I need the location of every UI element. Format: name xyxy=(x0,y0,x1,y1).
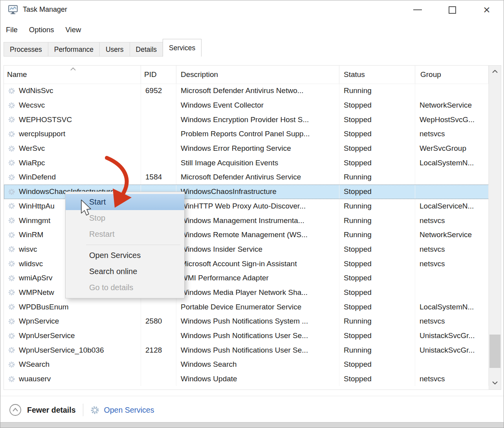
service-description: Windows Push Notifications User Se... xyxy=(176,329,339,343)
context-menu-item-start[interactable]: Start xyxy=(66,194,184,210)
close-button[interactable]: × xyxy=(478,0,496,19)
service-status: Stopped xyxy=(339,141,415,156)
service-pid xyxy=(141,98,176,113)
service-description: Windows Update xyxy=(176,372,339,386)
column-header-pid[interactable]: PID xyxy=(141,66,176,84)
service-group: UnistackSvcGr... xyxy=(415,343,489,357)
service-gear-icon xyxy=(7,87,16,95)
task-manager-window: Task Manager × FileOptionsView Processes… xyxy=(0,0,504,428)
scrollbar-thumb[interactable] xyxy=(489,335,500,368)
service-status: Stopped xyxy=(339,98,415,113)
service-description: Windows Media Player Network Sha... xyxy=(176,285,339,300)
service-group: UnistackSvcGr... xyxy=(415,329,489,343)
service-group xyxy=(415,170,489,185)
menu-options[interactable]: Options xyxy=(29,26,54,34)
service-group: NetworkService xyxy=(415,228,489,242)
menu-file[interactable]: File xyxy=(6,26,18,34)
table-row[interactable]: WinDefend 1584 Microsoft Defender Antivi… xyxy=(4,170,501,185)
service-status: Running xyxy=(339,170,415,185)
service-status: Running xyxy=(339,84,415,98)
service-gear-icon xyxy=(7,188,16,196)
tab-processes[interactable]: Processes xyxy=(4,42,48,57)
service-status: Stopped xyxy=(339,271,415,285)
open-services-link[interactable]: Open Services xyxy=(90,405,154,415)
table-row[interactable]: WSearch Windows Search Stopped xyxy=(4,357,501,372)
vertical-scrollbar[interactable] xyxy=(489,66,501,390)
column-header-status[interactable]: Status xyxy=(339,66,415,84)
service-group xyxy=(415,185,489,199)
tab-users[interactable]: Users xyxy=(99,42,130,57)
service-gear-icon xyxy=(7,202,16,210)
service-name: wuauserv xyxy=(19,375,51,383)
service-description: Windows Management Instrumenta... xyxy=(176,213,339,228)
column-header-group[interactable]: Group xyxy=(415,66,489,84)
table-row[interactable]: WiaRpc Still Image Acquisition Events St… xyxy=(4,155,501,170)
service-name: Wecsvc xyxy=(19,101,45,110)
service-gear-icon xyxy=(7,173,16,181)
chevron-down-icon xyxy=(492,381,498,384)
context-menu-item-stop: Stop xyxy=(66,210,184,226)
service-status: Running xyxy=(339,314,415,329)
service-status: Stopped xyxy=(339,185,415,199)
service-name: wercplsupport xyxy=(19,130,65,138)
table-row[interactable]: wuauserv Windows Update Stopped netsvcs xyxy=(4,372,501,386)
context-menu-item-search-online[interactable]: Search online xyxy=(66,263,184,280)
chevron-up-icon xyxy=(492,70,498,73)
table-row[interactable]: WEPHOSTSVC Windows Encryption Provider H… xyxy=(4,112,501,127)
table-row[interactable]: wercplsupport Problem Reports Control Pa… xyxy=(4,127,501,141)
fewer-details-button[interactable]: Fewer details xyxy=(9,404,76,416)
context-menu-item-restart: Restart xyxy=(66,226,184,242)
scroll-up-button[interactable] xyxy=(489,66,501,77)
table-row[interactable]: WpnUserService_10b036 2128 Windows Push … xyxy=(4,343,501,357)
service-status: Stopped xyxy=(339,372,415,386)
scroll-down-button[interactable] xyxy=(489,378,501,388)
table-row[interactable]: Wecsvc Windows Event Collector Stopped N… xyxy=(4,98,501,113)
table-row[interactable]: WpnService 2580 Windows Push Notificatio… xyxy=(4,314,501,329)
service-group: netsvcs xyxy=(415,314,489,329)
service-group: LocalSystemN... xyxy=(415,300,489,314)
table-row[interactable]: WPDBusEnum Portable Device Enumerator Se… xyxy=(4,300,501,314)
service-pid xyxy=(141,127,176,141)
footer-separator xyxy=(83,404,83,416)
context-menu-item-open-services[interactable]: Open Services xyxy=(66,247,184,263)
column-header-description[interactable]: Description xyxy=(176,66,339,84)
service-status: Running xyxy=(339,199,415,214)
service-pid xyxy=(141,300,176,314)
table-row[interactable]: WdNisSvc 6952 Microsoft Defender Antivir… xyxy=(4,84,501,98)
tab-details[interactable]: Details xyxy=(130,42,163,57)
service-description: Portable Device Enumerator Service xyxy=(176,300,339,314)
service-name: WpnUserService_10b036 xyxy=(19,346,104,355)
menu-view[interactable]: View xyxy=(66,26,81,34)
service-gear-icon xyxy=(7,245,16,253)
table-row[interactable]: WpnUserService Windows Push Notification… xyxy=(4,329,501,343)
service-name: WSearch xyxy=(19,360,49,369)
service-description: Still Image Acquisition Events xyxy=(176,155,339,170)
service-name: Winmgmt xyxy=(19,216,50,225)
service-group: LocalSystemN... xyxy=(415,155,489,170)
service-pid xyxy=(141,112,176,127)
service-group: netsvcs xyxy=(415,256,489,271)
task-manager-app-icon xyxy=(7,4,18,15)
table-header-row: Name PID Description Status Group xyxy=(4,66,501,84)
service-gear-icon xyxy=(7,360,16,369)
tab-performance[interactable]: Performance xyxy=(48,42,100,57)
table-row[interactable]: WerSvc Windows Error Reporting Service S… xyxy=(4,141,501,156)
service-status: Running xyxy=(339,228,415,242)
service-gear-icon xyxy=(7,346,16,354)
maximize-button[interactable] xyxy=(443,0,461,19)
service-status: Stopped xyxy=(339,329,415,343)
service-status: Stopped xyxy=(339,242,415,257)
open-services-label: Open Services xyxy=(104,406,154,415)
service-name: WerSvc xyxy=(19,144,45,153)
service-gear-icon xyxy=(7,303,16,311)
service-pid xyxy=(141,329,176,343)
service-gear-icon xyxy=(7,216,16,225)
service-group xyxy=(415,271,489,285)
service-pid: 2580 xyxy=(141,314,176,329)
chevron-up-circle-icon xyxy=(9,404,22,416)
minimize-button[interactable] xyxy=(409,0,427,19)
tab-services[interactable]: Services xyxy=(163,39,202,57)
service-description: Microsoft Defender Antivirus Netwo... xyxy=(176,84,339,98)
service-gear-icon xyxy=(7,274,16,282)
service-description: Windows Push Notifications User Se... xyxy=(176,343,339,357)
